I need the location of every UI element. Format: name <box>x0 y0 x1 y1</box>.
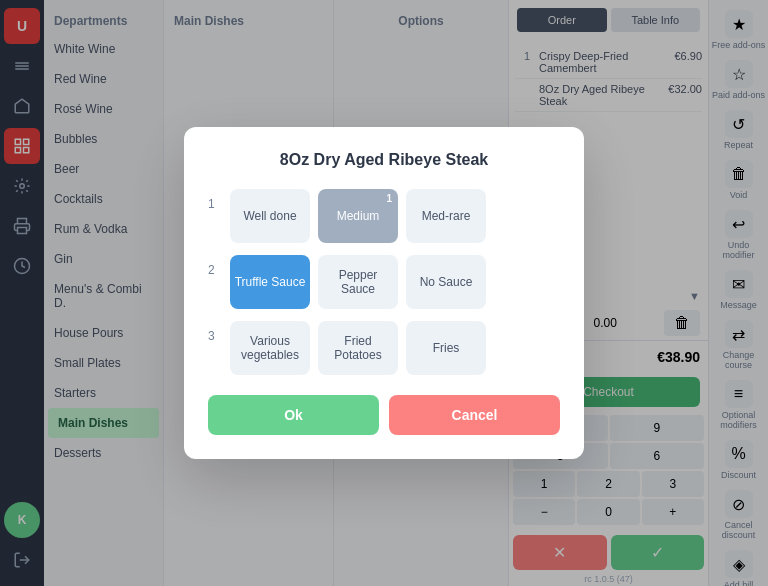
modal-overlay: 8Oz Dry Aged Ribeye Steak 1 Well done Me… <box>0 0 768 586</box>
choice-medium[interactable]: Medium 1 <box>318 189 398 243</box>
choice-truffle-sauce[interactable]: Truffle Sauce <box>230 255 310 309</box>
choice-pepper-sauce[interactable]: Pepper Sauce <box>318 255 398 309</box>
option-row-1: 1 Well done Medium 1 Med-rare <box>208 189 560 243</box>
choice-well-done[interactable]: Well done <box>230 189 310 243</box>
modal-actions: Ok Cancel <box>208 395 560 435</box>
choice-various-veg[interactable]: Various vegetables <box>230 321 310 375</box>
choice-fried-potatoes[interactable]: Fried Potatoes <box>318 321 398 375</box>
option-row-2: 2 Truffle Sauce Pepper Sauce No Sauce <box>208 255 560 309</box>
modal-title: 8Oz Dry Aged Ribeye Steak <box>208 151 560 169</box>
option-row-3-choices: Various vegetables Fried Potatoes Fries <box>230 321 486 375</box>
option-row-3-number: 3 <box>208 329 222 343</box>
choice-fries[interactable]: Fries <box>406 321 486 375</box>
option-row-2-choices: Truffle Sauce Pepper Sauce No Sauce <box>230 255 486 309</box>
choice-medium-badge: 1 <box>386 193 392 204</box>
option-row-1-number: 1 <box>208 197 222 211</box>
choice-no-sauce[interactable]: No Sauce <box>406 255 486 309</box>
choice-med-rare[interactable]: Med-rare <box>406 189 486 243</box>
option-row-2-number: 2 <box>208 263 222 277</box>
modal-cancel-button[interactable]: Cancel <box>389 395 560 435</box>
option-row-3: 3 Various vegetables Fried Potatoes Frie… <box>208 321 560 375</box>
options-modal: 8Oz Dry Aged Ribeye Steak 1 Well done Me… <box>184 127 584 459</box>
option-row-1-choices: Well done Medium 1 Med-rare <box>230 189 486 243</box>
modal-ok-button[interactable]: Ok <box>208 395 379 435</box>
